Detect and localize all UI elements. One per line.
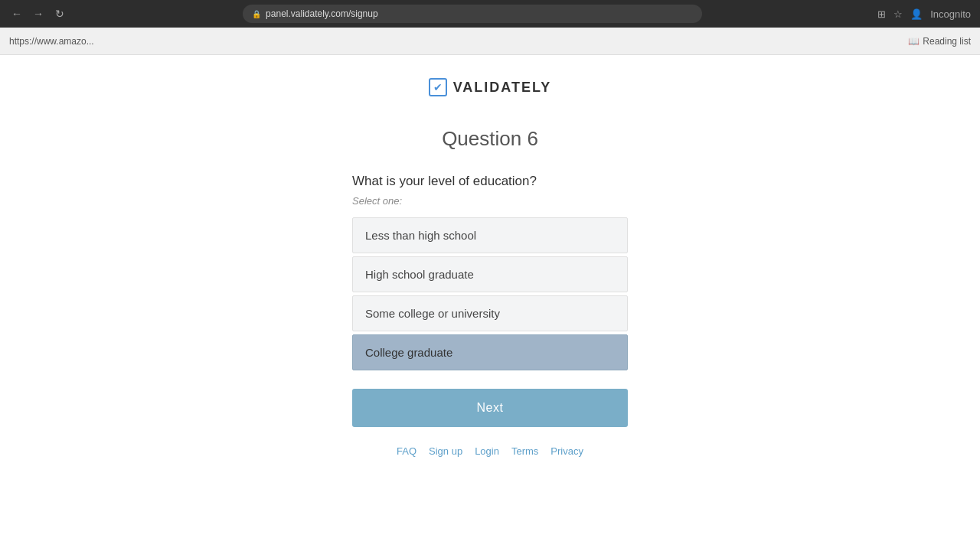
option-less-than-high-school[interactable]: Less than high school — [352, 217, 628, 253]
survey-form: What is your level of education? Select … — [352, 174, 628, 457]
logo-icon: ✔ — [429, 78, 447, 96]
question-text: What is your level of education? — [352, 174, 628, 189]
page-content: ✔ VALIDATELY Question 6 What is your lev… — [0, 55, 980, 551]
faq-link[interactable]: FAQ — [397, 445, 416, 457]
favorites-icon: ☆ — [893, 8, 903, 20]
privacy-link[interactable]: Privacy — [550, 445, 583, 457]
option-high-school-graduate[interactable]: High school graduate — [352, 256, 628, 292]
lock-icon: 🔒 — [252, 10, 261, 18]
browser-right-icons: ⊞ ☆ 👤 Incognito — [877, 8, 971, 20]
option-label: High school graduate — [365, 268, 474, 281]
signup-link[interactable]: Sign up — [429, 445, 462, 457]
option-label: College graduate — [365, 346, 452, 359]
forward-button[interactable]: → — [31, 6, 46, 21]
footer-links: FAQ Sign up Login Terms Privacy — [352, 445, 628, 457]
profile-icon[interactable]: 👤 — [910, 8, 923, 20]
url-text: panel.validately.com/signup — [266, 8, 378, 19]
address-bar[interactable]: 🔒 panel.validately.com/signup — [243, 5, 702, 23]
reading-list-label: Reading list — [923, 36, 971, 47]
logo-container: ✔ VALIDATELY — [429, 78, 552, 96]
question-title: Question 6 — [442, 127, 538, 151]
option-some-college[interactable]: Some college or university — [352, 295, 628, 331]
next-button[interactable]: Next — [352, 389, 628, 427]
options-list: Less than high school High school gradua… — [352, 217, 628, 373]
browser-toolbar: https://www.amazo... 📖 Reading list — [0, 28, 980, 55]
browser-top-bar: ← → ↻ 🔒 panel.validately.com/signup ⊞ ☆ … — [0, 0, 980, 28]
select-hint: Select one: — [352, 195, 628, 207]
amazon-tab: https://www.amazo... — [9, 36, 94, 47]
reading-list-button[interactable]: 📖 Reading list — [908, 36, 971, 47]
option-college-graduate[interactable]: College graduate — [352, 334, 628, 370]
refresh-button[interactable]: ↻ — [52, 6, 67, 21]
incognito-label: Incognito — [930, 8, 971, 20]
reading-list-icon: 📖 — [908, 36, 920, 47]
logo-checkmark: ✔ — [433, 81, 443, 93]
back-button[interactable]: ← — [9, 6, 24, 21]
logo-text: VALIDATELY — [453, 80, 552, 96]
terms-link[interactable]: Terms — [511, 445, 538, 457]
option-label: Less than high school — [365, 229, 476, 242]
login-link[interactable]: Login — [475, 445, 499, 457]
option-label: Some college or university — [365, 307, 500, 320]
extensions-icon: ⊞ — [877, 8, 886, 20]
